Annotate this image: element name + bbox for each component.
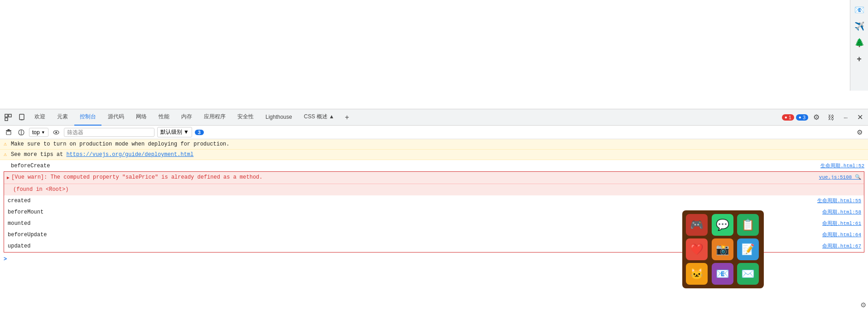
page-content-area — [0, 0, 868, 109]
taskbar-app-1[interactable]: 🎮 — [686, 214, 708, 236]
beforeupdate-source[interactable]: 命周期.html:64 — [822, 231, 861, 239]
console-line-created: created 生命周期.html:55 — [4, 195, 864, 207]
svg-point-11 — [55, 131, 57, 133]
console-clear-button[interactable] — [4, 127, 14, 137]
warning-icon-2: ⚠ — [4, 151, 11, 159]
beforecreate-source[interactable]: 生命周期.html:52 — [820, 162, 864, 170]
add-icon[interactable]: + — [853, 53, 866, 65]
tab-welcome[interactable]: 欢迎 — [29, 109, 51, 126]
taskbar-app-7[interactable]: 🐱 — [686, 263, 708, 285]
warning-badge: ● 3 — [796, 114, 808, 121]
add-tab-button[interactable]: + — [341, 111, 353, 124]
taskbar-app-2[interactable]: 💬 — [712, 214, 733, 236]
taskbar-app-9[interactable]: ✉️ — [737, 263, 759, 285]
svg-rect-6 — [6, 131, 11, 135]
context-dropdown-icon: ▼ — [41, 130, 45, 135]
device-mode-button[interactable] — [15, 111, 28, 124]
console-toolbar: top ▼ 默认级别 ▼ 3 ⚙ — [0, 126, 868, 139]
devtools-close-button[interactable]: ✕ — [854, 111, 866, 124]
deployment-link[interactable]: https://vuejs.org/guide/deployment.html — [66, 151, 193, 158]
inspect-element-button[interactable] — [2, 111, 14, 124]
devtools-bottom-settings[interactable]: ⚙ — [860, 301, 866, 309]
tab-performance[interactable]: 性能 — [153, 109, 175, 126]
warning-text-1: Make sure to turn on production mode whe… — [11, 140, 864, 148]
devtools-more-button[interactable]: ··· — [839, 111, 852, 124]
taskbar-app-popup: 🎮 💬 📋 ❤️ 📸 📝 🐱 📧 ✉️ — [682, 210, 764, 288]
tab-css-overview[interactable]: CSS 概述 ▲ — [299, 109, 340, 126]
taskbar-app-5[interactable]: 📸 — [712, 238, 733, 260]
warning-text-2: See more tips at https://vuejs.org/guide… — [11, 151, 864, 159]
prompt-chevron: > — [4, 255, 7, 263]
console-line-found-in: (found in <Root>) — [4, 184, 864, 195]
vue-warn-text: [Vue warn]: The computed property "saleP… — [11, 173, 815, 181]
created-text: created — [8, 197, 817, 205]
devtools-remote-button[interactable]: ⛓ — [825, 111, 837, 124]
taskbar-app-6[interactable]: 📝 — [737, 238, 759, 260]
error-badge: ● 1 — [782, 114, 794, 121]
devtools-tab-bar: 欢迎 元素 控制台 源代码 网络 性能 内存 应用程序 安全性 Lighthou… — [0, 109, 868, 126]
mounted-source[interactable]: 命周期.html:61 — [822, 219, 861, 228]
console-line-beforecreate: beforeCreate 生命周期.html:52 — [0, 161, 868, 171]
svg-rect-7 — [8, 129, 10, 130]
tab-console[interactable]: 控制台 — [74, 109, 101, 126]
warning-icon-1: ⚠ — [4, 140, 11, 148]
right-sidebar: 📧 ✈️ 🌲 + — [850, 0, 868, 91]
console-line-warning-2: ⚠ See more tips at https://vuejs.org/gui… — [0, 150, 868, 160]
devtools-settings-button[interactable]: ⚙ — [810, 111, 823, 124]
updated-source[interactable]: 命周期.html:67 — [822, 242, 861, 250]
beforemount-source[interactable]: 命周期.html:58 — [822, 208, 861, 216]
log-level-value: 默认级别 ▼ — [160, 128, 189, 136]
context-selector[interactable]: top ▼ — [29, 128, 48, 137]
console-count-badge: 3 — [195, 130, 204, 135]
outlook-icon[interactable]: 📧 — [853, 4, 866, 16]
taskbar-app-8[interactable]: 📧 — [712, 263, 733, 285]
svg-rect-0 — [5, 114, 8, 117]
tab-sources[interactable]: 源代码 — [102, 109, 130, 126]
devtools-right-controls: ● 1 ● 3 ⚙ ⛓ ··· ✕ — [782, 111, 866, 124]
console-line-warning-1: ⚠ Make sure to turn on production mode w… — [0, 139, 868, 150]
found-in-text: (found in <Root>) — [13, 185, 861, 194]
tab-lighthouse[interactable]: Lighthouse — [260, 109, 298, 126]
context-value: top — [32, 129, 40, 136]
tab-elements[interactable]: 元素 — [52, 109, 73, 126]
console-line-vue-warn: ▶ [Vue warn]: The computed property "sal… — [4, 172, 864, 184]
console-eye-button[interactable] — [51, 127, 61, 137]
tree-icon[interactable]: 🌲 — [853, 36, 866, 49]
plane-icon[interactable]: ✈️ — [853, 20, 866, 33]
tab-application[interactable]: 应用程序 — [198, 109, 231, 126]
console-filter-toggle[interactable] — [16, 127, 26, 137]
svg-rect-5 — [6, 130, 11, 131]
taskbar-app-4[interactable]: ❤️ — [686, 238, 708, 260]
created-source[interactable]: 生命周期.html:55 — [817, 197, 861, 205]
log-level-selector[interactable]: 默认级别 ▼ — [157, 127, 192, 137]
svg-rect-1 — [9, 114, 11, 117]
tab-network[interactable]: 网络 — [130, 109, 152, 126]
tab-memory[interactable]: 内存 — [176, 109, 198, 126]
console-settings-button[interactable]: ⚙ — [854, 127, 864, 137]
error-arrow-icon: ▶ — [7, 174, 10, 182]
tab-security[interactable]: 安全性 — [232, 109, 259, 126]
svg-rect-3 — [19, 114, 24, 120]
console-filter-input[interactable] — [64, 128, 154, 137]
beforecreate-text: beforeCreate — [11, 162, 820, 170]
vue-warn-source[interactable]: vue.js:5108 🔍 — [819, 173, 861, 181]
taskbar-app-3[interactable]: 📋 — [737, 214, 759, 236]
svg-rect-2 — [5, 118, 8, 121]
